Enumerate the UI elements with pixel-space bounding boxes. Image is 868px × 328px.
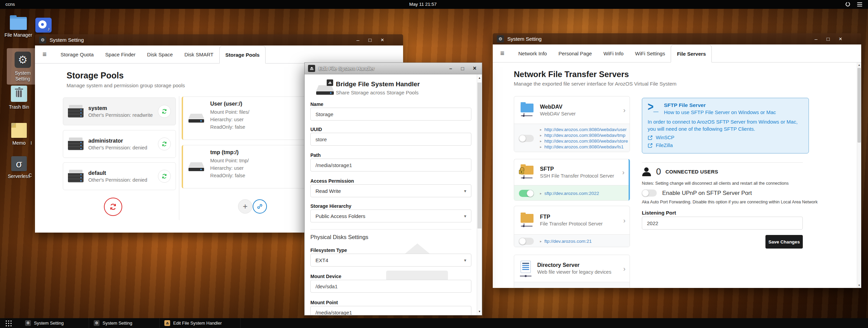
server-card-directory[interactable]: Directory Server Web file viewer for leg… [514,255,630,288]
path-input[interactable] [310,159,471,171]
minimize-button[interactable]: – [357,37,359,43]
pool-refresh-button[interactable] [158,138,171,150]
terminal-icon: >_ [648,102,660,114]
webdav-toggle[interactable] [519,135,534,142]
mount-device-input[interactable] [310,280,471,293]
tab-wifi-info[interactable]: WiFi Info [598,51,629,56]
ftp-toggle[interactable] [519,238,534,245]
window-titlebar[interactable]: Edit File System Handler – □ × [305,63,482,74]
handler-hierarchy: Hierarchy: user [210,116,249,123]
pool-card-default[interactable]: default Other's Permission: denied [63,162,176,190]
webdav-url[interactable]: http://dev.arozos.com:8080/webdav/store [544,138,628,144]
disk-watermark [386,271,448,281]
minimize-button[interactable]: – [449,66,452,71]
clock: May 11 21:57 [409,2,437,7]
tab-storage-quota[interactable]: Storage Quota [55,52,100,57]
refresh-pools-button[interactable] [104,198,122,216]
tab-file-servers[interactable]: File Servers [671,45,712,62]
link-icon [256,203,263,210]
client-link-filezilla[interactable]: FileZilla [648,143,803,148]
hidden-icon-label-fragment: C [29,172,32,178]
server-card-ftp[interactable]: FTP File Transfer Protocol Server › ▸ftp… [514,206,630,247]
webdav-url[interactable]: http://dev.arozos.com:8080/webdav/user [544,127,627,132]
scroll-down-icon[interactable]: ▼ [857,284,861,287]
page-subtitle: Manage system and permission group stora… [67,83,185,88]
handler-name: User (user:/) [210,101,249,107]
maximize-button[interactable]: □ [827,36,830,42]
scroll-up-icon[interactable]: ▲ [477,76,482,79]
upnp-toggle[interactable] [642,189,657,197]
storage-hierarchy-select[interactable]: Public Access Folders ▾ [310,209,471,222]
host-menu[interactable]: ccns [5,2,15,7]
tab-storage-pools[interactable]: Storage Pools [219,46,266,63]
pool-refresh-button[interactable] [158,105,171,118]
menu-icon[interactable]: ≡ [500,49,504,57]
access-permission-label: Access Permission [310,178,354,184]
caret-down-icon: ▾ [464,188,466,194]
bridge-handler-button[interactable] [253,199,267,214]
taskbar-item-system-setting-2[interactable]: ⚙ System Setting [89,318,160,328]
maximize-button[interactable]: □ [461,66,464,71]
menu-icon[interactable]: ≡ [42,50,47,58]
filesystem-type-select[interactable]: EXT4 ▾ [310,254,471,267]
pool-card-administrator[interactable]: administrator Other's Permission: denied [63,130,176,158]
scrollbar-thumb[interactable] [857,68,861,143]
scroll-down-icon[interactable]: ▼ [477,310,482,313]
physical-disks-section-label: Physical Disks Settings [310,234,368,240]
tab-disk-smart[interactable]: Disk SMART [179,52,219,57]
desktop-icon-trash-bin[interactable]: Trash Bin [3,86,35,110]
pool-refresh-button[interactable] [158,170,171,183]
webdav-url[interactable]: http://dev.arozos.com:8080/webdav/ls1 [544,144,623,150]
access-permission-select[interactable]: Read Write ▾ [310,184,471,197]
scroll-up-icon[interactable]: ▲ [857,63,861,67]
sftp-toggle[interactable] [519,190,534,197]
window-scrollbar[interactable]: ▲ ▼ [477,74,482,315]
tray-menu-icon[interactable] [857,2,862,6]
taskbar-item-edit-file-system-handler[interactable]: Edit File System Handler [160,318,240,328]
server-desc: File Transfer Protocol Server [540,221,603,226]
close-button[interactable]: × [839,36,842,42]
name-input[interactable] [310,108,471,121]
tab-disk-space[interactable]: Disk Space [141,52,179,57]
scrollbar-thumb[interactable] [477,83,482,229]
mount-point-label: Mount Point [310,300,338,305]
server-card-webdav[interactable]: WebDAV WebDAV Server › ▸http://dev.arozo… [514,96,630,152]
listening-port-label: Listening Port [642,210,676,216]
desktop-icon-system-setting[interactable]: ⚙ System Setting [7,48,39,85]
handler-mount: Mount Point: files/ [210,108,249,116]
window-titlebar[interactable]: ⚙ System Setting – □ × [493,33,861,44]
tab-network-info[interactable]: Network Info [512,51,553,56]
client-link-winscp[interactable]: WinSCP [648,135,803,140]
server-card-sftp[interactable]: SFTP SSH File Transfer Protocol Server ›… [514,159,630,201]
eject-icon [308,65,315,72]
uuid-input[interactable] [310,133,471,146]
webdav-url[interactable]: http://dev.arozos.com:8080/webdav/tmp [544,132,625,138]
page-subtitle: Manage the exported file server interfac… [514,81,676,87]
taskbar-item-system-setting-1[interactable]: ⚙ System Setting [20,318,89,328]
file-servers-content: Network File Transfer Servers Manage the… [493,62,861,288]
window-titlebar[interactable]: ⚙ System Setting – □ × [35,34,403,45]
edit-form-body: Bridge File System Handler Share Storage… [305,74,482,315]
pool-card-system[interactable]: system Other's Permission: readwrite [63,97,176,125]
tab-personal-page[interactable]: Personal Page [553,51,597,56]
minimize-button[interactable]: – [815,36,817,42]
close-button[interactable]: × [381,37,384,43]
mount-point-input[interactable] [310,306,471,315]
power-icon[interactable] [846,2,850,6]
server-name: FTP [540,214,603,220]
chevron-right-icon: › [623,216,626,224]
save-changes-button[interactable]: Save Changes [765,235,803,249]
tab-space-finder[interactable]: Space Finder [100,52,141,57]
desktop-icon-label: Serverless [8,174,30,179]
listening-port-input[interactable] [642,217,803,230]
sftp-url[interactable]: sftp://dev.arozos.com:2022 [544,190,599,196]
handler-name: tmp (tmp:/) [210,149,249,156]
desktop-icon-music[interactable]: ♪ [27,18,60,33]
add-handler-button[interactable]: + [238,199,252,214]
maximize-button[interactable]: □ [368,37,372,43]
close-button[interactable]: × [473,65,476,72]
window-scrollbar[interactable]: ▲ ▼ [857,62,861,288]
tab-wifi-settings[interactable]: WiFi Settings [629,51,671,56]
ftp-url[interactable]: ftp://dev.arozos.com:21 [544,238,592,244]
start-menu-icon[interactable] [5,320,12,327]
